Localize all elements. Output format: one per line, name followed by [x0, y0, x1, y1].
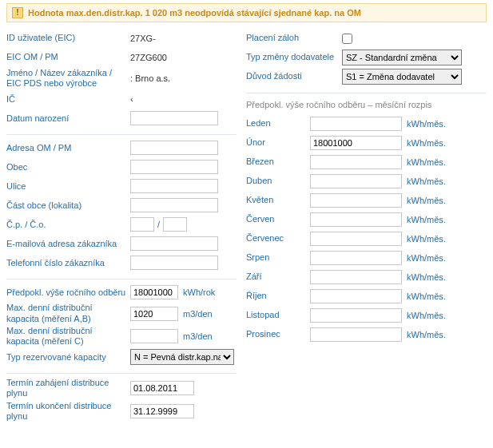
- obec-input[interactable]: [130, 160, 218, 174]
- month-input[interactable]: [310, 289, 402, 303]
- warning-bar: ! Hodnota max.den.distr.kap. 1 020 m3 ne…: [6, 3, 487, 22]
- label-reason: Důvod žádosti: [246, 71, 342, 81]
- month-input[interactable]: [310, 212, 402, 227]
- label-eic-om-pm: EIC OM / PM: [6, 52, 130, 62]
- unit-month: kWh/měs.: [407, 234, 446, 244]
- label-ulice: Ulice: [6, 181, 130, 192]
- unit-month: kWh/měs.: [407, 215, 446, 224]
- warning-text: Hodnota max.den.distr.kap. 1 020 m3 neod…: [28, 8, 361, 18]
- start-date-input[interactable]: [130, 381, 194, 395]
- label-lokalita: Část obce (lokalita): [6, 200, 130, 211]
- label-change-type: Typ změny dodavatele: [246, 52, 342, 62]
- ulice-input[interactable]: [130, 179, 218, 193]
- value-customer-name: : Brno a.s.: [130, 73, 170, 83]
- label-start-date: Termín zahájení distribuce plynu: [6, 378, 130, 398]
- value-user-id: 27XG-: [130, 34, 156, 43]
- unit-month: kWh/měs.: [407, 330, 446, 339]
- reason-select[interactable]: S1 = Změna dodavatel: [342, 69, 462, 85]
- month-input[interactable]: [310, 232, 402, 246]
- unit-month: kWh/měs.: [407, 119, 446, 129]
- label-cp-co: Č.p. / Č.o.: [6, 220, 130, 230]
- phone-input[interactable]: [130, 256, 218, 270]
- label-phone: Telefonní číslo zákazníka: [6, 258, 130, 268]
- value-eic-om-pm: 27ZG600: [130, 53, 167, 62]
- unit-max-day-ab: m3/den: [183, 309, 213, 319]
- unit-month: kWh/měs.: [407, 138, 446, 148]
- max-day-c-input[interactable]: [130, 329, 178, 343]
- month-label: Listopad: [246, 310, 310, 320]
- cap-type-select[interactable]: N = Pevná distr.kap.na r: [130, 349, 234, 365]
- month-label: Leden: [246, 118, 310, 129]
- label-ic: IČ: [6, 94, 130, 105]
- change-type-select[interactable]: SZ - Standardní změna: [342, 50, 462, 65]
- co-input[interactable]: [163, 217, 187, 232]
- month-label: Červen: [246, 214, 310, 224]
- email-input[interactable]: [130, 236, 218, 251]
- label-cap-type: Typ rezervované kapacity: [6, 352, 130, 363]
- month-label: Únor: [246, 137, 310, 148]
- label-obec: Obec: [6, 162, 130, 172]
- month-label: Červenec: [246, 233, 310, 244]
- month-label: Srpen: [246, 252, 310, 263]
- month-input[interactable]: [310, 270, 402, 284]
- label-birth-date: Datum narození: [6, 113, 130, 124]
- monthly-breakdown-head: Předpokl. výše ročního odběru – měsíční …: [246, 97, 487, 114]
- label-user-id: ID uživatele (EIC): [6, 33, 130, 43]
- month-input[interactable]: [310, 308, 402, 323]
- unit-month: kWh/měs.: [407, 176, 446, 186]
- label-annual: Předpokl. výše ročního odběru: [6, 287, 130, 298]
- label-advance: Placení záloh: [246, 33, 342, 43]
- address-input[interactable]: [130, 141, 218, 155]
- month-input[interactable]: [310, 117, 402, 131]
- month-label: Prosinec: [246, 329, 310, 339]
- birth-date-input[interactable]: [130, 111, 218, 125]
- unit-month: kWh/měs.: [407, 272, 446, 282]
- advance-checkbox[interactable]: [342, 34, 352, 44]
- label-end-date: Termín ukončení distribuce plynu: [6, 401, 130, 422]
- annual-input[interactable]: [130, 285, 178, 299]
- month-label: Říjen: [246, 291, 310, 301]
- month-label: Květen: [246, 195, 310, 205]
- unit-month: kWh/měs.: [407, 253, 446, 263]
- month-input[interactable]: [310, 251, 402, 265]
- max-day-ab-input[interactable]: [130, 307, 178, 321]
- month-input[interactable]: [310, 193, 402, 208]
- label-email: E-mailová adresa zákazníka: [6, 239, 130, 249]
- month-input[interactable]: [310, 136, 402, 150]
- month-input[interactable]: [310, 174, 402, 188]
- warning-icon: !: [12, 7, 23, 18]
- unit-month: kWh/měs.: [407, 311, 446, 320]
- unit-month: kWh/měs.: [407, 157, 446, 167]
- label-address: Adresa OM / PM: [6, 143, 130, 153]
- value-ic: ‹: [130, 94, 133, 104]
- label-max-day-ab: Max. denní distribuční kapacita (měření …: [6, 303, 130, 323]
- month-label: Září: [246, 272, 310, 282]
- label-customer-name: Jméno / Název zákazníka / EIC PDS nebo v…: [6, 68, 130, 89]
- unit-annual: kWh/rok: [183, 287, 215, 297]
- month-label: Březen: [246, 157, 310, 167]
- month-label: Duben: [246, 176, 310, 186]
- cp-input[interactable]: [130, 217, 154, 232]
- label-max-day-c: Max. denní distribuční kapacita (měření …: [6, 326, 130, 347]
- month-input[interactable]: [310, 327, 402, 342]
- unit-max-day-c: m3/den: [183, 331, 213, 341]
- month-input[interactable]: [310, 155, 402, 169]
- lokalita-input[interactable]: [130, 198, 218, 212]
- unit-month: kWh/měs.: [407, 196, 446, 205]
- unit-month: kWh/měs.: [407, 291, 446, 301]
- end-date-input[interactable]: [130, 404, 194, 418]
- cp-co-slash: /: [157, 220, 160, 229]
